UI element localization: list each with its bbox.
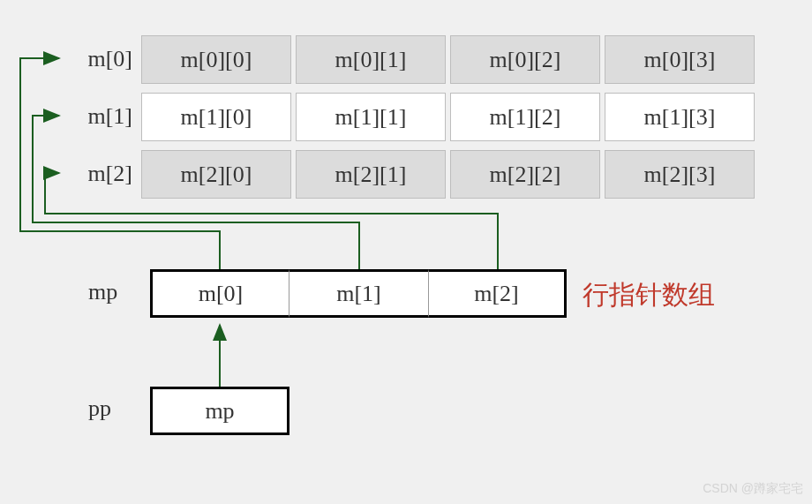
mp-cell-1: m[1] — [289, 269, 429, 318]
matrix-cell: m[1][0] — [141, 93, 291, 141]
matrix-cell: m[0][1] — [296, 35, 446, 84]
pp-cell: mp — [150, 387, 289, 435]
matrix-cell: m[2][3] — [605, 150, 755, 199]
pp-label: pp — [88, 395, 111, 422]
row-label-1: m[1] — [62, 103, 132, 130]
matrix-cell: m[1][3] — [605, 93, 755, 141]
row-label-0: m[0] — [62, 46, 132, 72]
mp-label: mp — [88, 279, 117, 305]
watermark: CSDN @蹲家宅宅 — [703, 481, 803, 497]
mp-cell-0: m[0] — [150, 269, 289, 318]
matrix-cell: m[2][1] — [296, 150, 446, 199]
matrix-cell: m[1][2] — [450, 93, 600, 141]
matrix-cell: m[1][1] — [296, 93, 446, 141]
mp-cell-2: m[2] — [429, 269, 567, 318]
row-label-2: m[2] — [62, 161, 132, 187]
matrix-cell: m[0][0] — [141, 35, 291, 84]
matrix-cell: m[2][2] — [450, 150, 600, 199]
matrix-cell: m[0][2] — [450, 35, 600, 84]
mp-annotation: 行指针数组 — [583, 277, 715, 313]
matrix-cell: m[2][0] — [141, 150, 291, 199]
matrix-cell: m[0][3] — [605, 35, 755, 84]
